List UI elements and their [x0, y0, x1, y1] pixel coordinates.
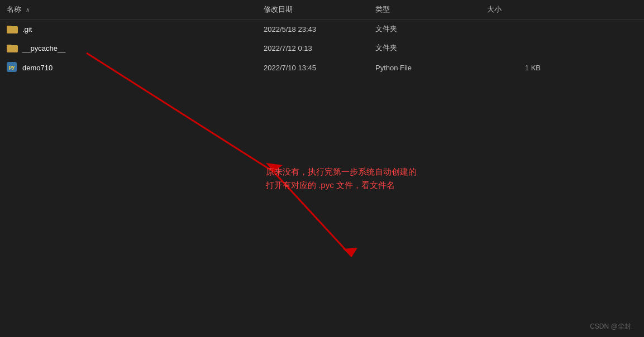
watermark: CSDN @尘封. — [590, 322, 633, 331]
file-date: 2022/7/12 0:13 — [257, 42, 369, 55]
sort-arrow-icon: ∧ — [26, 7, 30, 13]
table-header: 名称 ∧ 修改日期 类型 大小 — [0, 0, 644, 20]
file-name-cell: py demo710 — [0, 60, 257, 75]
col-header-type[interactable]: 类型 — [369, 2, 480, 17]
col-header-size[interactable]: 大小 — [480, 2, 547, 17]
file-name-cell: .git — [0, 22, 257, 36]
table-row[interactable]: py demo710 2022/7/10 13:45 Python File 1… — [0, 57, 644, 78]
file-name: demo710 — [22, 64, 53, 72]
file-date: 2022/7/10 13:45 — [257, 61, 369, 74]
folder-icon — [7, 25, 18, 33]
file-type: 文件夹 — [369, 22, 480, 36]
file-size — [480, 46, 547, 50]
file-size — [480, 27, 547, 31]
file-name: .git — [22, 25, 32, 33]
col-header-date[interactable]: 修改日期 — [257, 2, 369, 17]
folder-icon — [7, 44, 18, 52]
file-explorer: 名称 ∧ 修改日期 类型 大小 .git 2022/5/18 23:43 文件夹 — [0, 0, 644, 337]
python-file-icon: py — [7, 62, 18, 73]
col-header-name[interactable]: 名称 ∧ — [0, 2, 257, 17]
file-name: __pycache__ — [22, 44, 65, 52]
file-name-cell: __pycache__ — [0, 41, 257, 55]
file-size: 1 KB — [480, 61, 547, 74]
file-list: .git 2022/5/18 23:43 文件夹 __pycache__ 202… — [0, 20, 644, 78]
table-row[interactable]: .git 2022/5/18 23:43 文件夹 — [0, 20, 644, 38]
file-type: 文件夹 — [369, 41, 480, 55]
file-type: Python File — [369, 61, 480, 74]
svg-marker-3 — [343, 248, 357, 257]
table-row[interactable]: __pycache__ 2022/7/12 0:13 文件夹 — [0, 38, 644, 57]
annotation-text: 原来没有，执行完第一步系统自动创建的 打开有对应的 .pyc 文件，看文件名 — [266, 165, 417, 192]
file-date: 2022/5/18 23:43 — [257, 23, 369, 36]
